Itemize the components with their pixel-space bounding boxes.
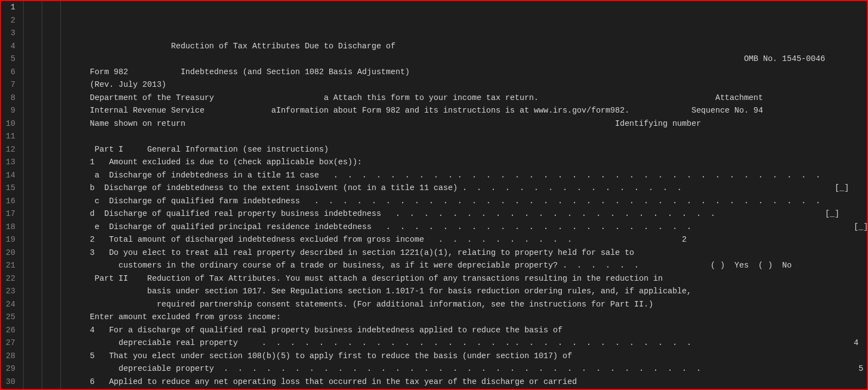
line-number: 17 (1, 208, 15, 221)
line-number: 14 (1, 169, 15, 182)
code-line: 3 Do you elect to treat all real propert… (23, 247, 868, 260)
code-line: a Discharge of indebtedness in a title 1… (23, 169, 868, 182)
code-line: Form 982 Indebtedness (and Section 1082 … (23, 66, 868, 79)
line-number: 22 (1, 272, 15, 286)
line-number: 18 (1, 221, 15, 234)
line-number: 2 (1, 14, 15, 27)
line-number: 5 (1, 53, 15, 66)
code-line: customers in the ordinary course of a tr… (23, 259, 868, 272)
code-line: OMB No. 1545-0046 (23, 53, 868, 66)
line-number: 8 (1, 92, 15, 105)
code-editor[interactable]: 1234567891011121314151617181920212223242… (1, 1, 867, 389)
line-number: 28 (1, 350, 15, 363)
code-line: Name shown on return Identifying number (23, 118, 868, 131)
code-line: d Discharge of qualified real property b… (23, 208, 868, 221)
line-number: 27 (1, 337, 15, 350)
line-number: 1 (1, 1, 15, 14)
code-line: Reduction of Tax Attributes Due to Disch… (23, 40, 868, 53)
code-line: c Discharge of qualified farm indebtedne… (23, 195, 868, 208)
line-number: 26 (1, 324, 15, 337)
code-line: depreciable real property . . . . . . . … (23, 337, 868, 350)
code-lines: Reduction of Tax Attributes Due to Disch… (23, 40, 868, 391)
code-area[interactable]: Reduction of Tax Attributes Due to Disch… (23, 1, 868, 389)
code-line: Internal Revenue Service aInformation ab… (23, 104, 868, 118)
code-line: b Discharge of indebtedness to the exten… (23, 182, 868, 195)
line-number: 29 (1, 363, 15, 376)
code-line: basis under section 1017. See Regulation… (23, 285, 868, 298)
code-line (23, 130, 868, 143)
line-number: 25 (1, 311, 15, 324)
code-line: Part II Reduction of Tax Attributes. You… (23, 272, 868, 286)
code-line: (Rev. July 2013) (23, 79, 868, 92)
line-number: 20 (1, 247, 15, 260)
code-line: Part I General Information (see instruct… (23, 143, 868, 157)
line-number: 21 (1, 259, 15, 272)
line-number: 13 (1, 156, 15, 169)
line-number: 24 (1, 298, 15, 311)
line-number: 10 (1, 118, 15, 131)
code-line: 1 Amount excluded is due to (check appli… (23, 156, 868, 169)
line-number: 30 (1, 376, 15, 389)
line-number: 9 (1, 104, 15, 118)
code-line: Enter amount excluded from gross income: (23, 311, 868, 324)
line-number: 11 (1, 130, 15, 143)
line-number: 12 (1, 143, 15, 157)
line-number: 15 (1, 182, 15, 195)
line-number: 4 (1, 40, 15, 53)
code-line: depreciable property . . . . . . . . . .… (23, 363, 868, 376)
code-line: 5 That you elect under section 108(b)(5)… (23, 350, 868, 363)
line-number: 3 (1, 27, 15, 40)
code-line: 2 Total amount of discharged indebtednes… (23, 233, 868, 247)
line-number: 7 (1, 79, 15, 92)
code-line: Department of the Treasury a Attach this… (23, 92, 868, 105)
line-number: 23 (1, 285, 15, 298)
line-number: 6 (1, 66, 15, 79)
code-line: required partnership consent statements.… (23, 298, 868, 311)
code-line: e Discharge of qualified principal resid… (23, 221, 868, 234)
code-line: 4 For a discharge of qualified real prop… (23, 324, 868, 337)
line-number: 19 (1, 233, 15, 247)
line-number-gutter: 1234567891011121314151617181920212223242… (1, 1, 23, 389)
code-line: 6 Applied to reduce any net operating lo… (23, 376, 868, 389)
line-number: 16 (1, 195, 15, 208)
